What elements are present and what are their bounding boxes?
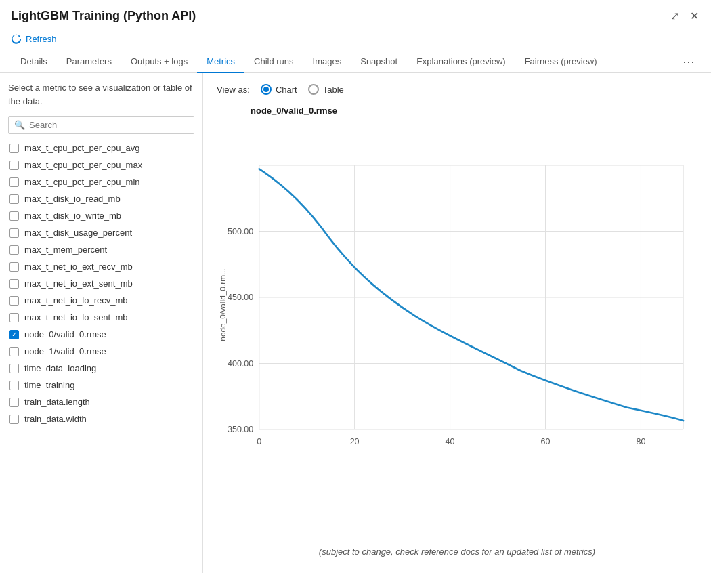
- tab-images[interactable]: Images: [303, 51, 351, 73]
- metric-list: max_t_cpu_pct_per_cpu_avgmax_t_cpu_pct_p…: [8, 140, 194, 427]
- metric-checkbox[interactable]: [9, 262, 19, 272]
- metric-checkbox[interactable]: [9, 211, 19, 221]
- metric-label: max_t_net_io_lo_sent_mb: [24, 312, 128, 322]
- tab-fairness[interactable]: Fairness (preview): [515, 51, 607, 73]
- radio-chart-label: Chart: [276, 85, 297, 95]
- toolbar: Refresh: [0, 26, 711, 51]
- metric-checkbox[interactable]: [9, 194, 19, 204]
- tab-snapshot[interactable]: Snapshot: [351, 51, 407, 73]
- metric-label: max_t_net_io_ext_sent_mb: [24, 278, 133, 289]
- metric-label: node_0/valid_0.rmse: [24, 329, 106, 339]
- metric-label: max_t_disk_usage_percent: [24, 228, 132, 238]
- metric-checkbox[interactable]: [9, 144, 19, 153]
- metric-checkbox[interactable]: [9, 313, 19, 322]
- tabs-more-button[interactable]: ⋯: [677, 51, 700, 72]
- search-input[interactable]: [29, 120, 188, 130]
- search-icon: 🔍: [14, 120, 25, 130]
- metric-label: max_t_disk_io_write_mb: [24, 211, 121, 221]
- svg-text:40: 40: [446, 436, 455, 446]
- metric-label: max_t_net_io_lo_recv_mb: [24, 295, 127, 306]
- metric-checkbox[interactable]: [9, 398, 19, 407]
- tab-details[interactable]: Details: [11, 51, 57, 73]
- metric-checkbox[interactable]: [9, 364, 19, 373]
- svg-text:node_0/valid_0.rm...: node_0/valid_0.rm...: [218, 268, 227, 341]
- chart-area: View as: Chart Table node_0/valid_0.rmse: [203, 73, 711, 573]
- metric-checkbox[interactable]: [9, 161, 19, 170]
- radio-table[interactable]: Table: [308, 84, 344, 95]
- metric-item[interactable]: time_data_loading: [8, 360, 194, 377]
- radio-chart-circle: [261, 84, 272, 95]
- metric-item[interactable]: node_0/valid_0.rmse: [8, 326, 194, 343]
- tab-outputs-logs[interactable]: Outputs + logs: [121, 51, 197, 73]
- chart-container: node_0/valid_0.rmse: [217, 106, 697, 541]
- chart-wrapper: 350.00 400.00 450.00 500.00 0 20 40 60 8…: [217, 121, 697, 516]
- metric-item[interactable]: train_data.length: [8, 394, 194, 411]
- sidebar: Select a metric to see a visualization o…: [0, 73, 203, 573]
- tab-child-runs[interactable]: Child runs: [244, 51, 303, 73]
- metric-label: max_t_cpu_pct_per_cpu_avg: [24, 143, 140, 153]
- radio-chart[interactable]: Chart: [261, 84, 297, 95]
- metric-label: max_t_mem_percent: [24, 245, 107, 255]
- metric-label: time_training: [24, 380, 74, 390]
- radio-table-label: Table: [323, 85, 344, 95]
- view-as-row: View as: Chart Table: [217, 84, 697, 95]
- refresh-label: Refresh: [26, 34, 57, 44]
- svg-text:80: 80: [637, 436, 646, 446]
- chart-title: node_0/valid_0.rmse: [251, 106, 697, 116]
- metric-item[interactable]: max_t_disk_io_read_mb: [8, 190, 194, 207]
- metric-item[interactable]: train_data.width: [8, 411, 194, 427]
- radio-table-circle: [308, 84, 319, 95]
- footer-note: (subject to change, check reference docs…: [217, 541, 697, 562]
- svg-text:450.00: 450.00: [228, 292, 253, 302]
- window-controls: ⤢ ✕: [669, 8, 700, 24]
- metric-label: train_data.length: [24, 397, 90, 407]
- metric-checkbox[interactable]: [9, 330, 19, 339]
- metric-item[interactable]: max_t_net_io_lo_sent_mb: [8, 309, 194, 326]
- metric-label: train_data.width: [24, 414, 87, 424]
- metric-item[interactable]: node_1/valid_0.rmse: [8, 343, 194, 360]
- metric-label: time_data_loading: [24, 363, 96, 373]
- svg-text:500.00: 500.00: [228, 226, 253, 236]
- metric-checkbox[interactable]: [9, 296, 19, 306]
- svg-text:350.00: 350.00: [228, 424, 253, 434]
- maximize-button[interactable]: ⤢: [669, 8, 681, 24]
- metric-checkbox[interactable]: [9, 245, 19, 255]
- metric-item[interactable]: max_t_cpu_pct_per_cpu_min: [8, 173, 194, 190]
- metric-checkbox[interactable]: [9, 415, 19, 424]
- main-content: Select a metric to see a visualization o…: [0, 73, 711, 573]
- metric-checkbox[interactable]: [9, 177, 19, 187]
- metric-item[interactable]: max_t_disk_io_write_mb: [8, 207, 194, 224]
- tab-metrics[interactable]: Metrics: [197, 51, 244, 73]
- metric-item[interactable]: max_t_mem_percent: [8, 241, 194, 258]
- chart-svg: 350.00 400.00 450.00 500.00 0 20 40 60 8…: [217, 121, 697, 474]
- window-title: LightGBM Training (Python API): [11, 9, 196, 23]
- metric-label: max_t_cpu_pct_per_cpu_max: [24, 160, 142, 170]
- search-box[interactable]: 🔍: [8, 116, 194, 134]
- metric-label: max_t_disk_io_read_mb: [24, 194, 121, 204]
- svg-text:0: 0: [257, 436, 261, 446]
- metric-item[interactable]: max_t_cpu_pct_per_cpu_avg: [8, 140, 194, 156]
- metric-item[interactable]: max_t_net_io_ext_recv_mb: [8, 258, 194, 275]
- metric-item[interactable]: max_t_net_io_ext_sent_mb: [8, 275, 194, 292]
- metric-item[interactable]: time_training: [8, 377, 194, 394]
- refresh-button[interactable]: Refresh: [11, 30, 57, 47]
- metric-checkbox[interactable]: [9, 228, 19, 238]
- metric-item[interactable]: max_t_cpu_pct_per_cpu_max: [8, 156, 194, 173]
- tab-explanations[interactable]: Explanations (preview): [407, 51, 515, 73]
- metric-label: node_1/valid_0.rmse: [24, 346, 106, 356]
- metric-checkbox[interactable]: [9, 279, 19, 289]
- tabs-bar: Details Parameters Outputs + logs Metric…: [0, 51, 711, 73]
- view-as-label: View as:: [217, 85, 250, 95]
- metric-item[interactable]: max_t_disk_usage_percent: [8, 224, 194, 241]
- title-bar: LightGBM Training (Python API) ⤢ ✕: [0, 0, 711, 26]
- tab-parameters[interactable]: Parameters: [57, 51, 121, 73]
- metric-checkbox[interactable]: [9, 347, 19, 356]
- metric-item[interactable]: max_t_net_io_lo_recv_mb: [8, 292, 194, 309]
- svg-text:20: 20: [350, 436, 360, 446]
- svg-text:400.00: 400.00: [228, 358, 253, 369]
- sidebar-hint: Select a metric to see a visualization o…: [8, 81, 194, 108]
- svg-text:60: 60: [541, 436, 551, 446]
- metric-label: max_t_net_io_ext_recv_mb: [24, 261, 133, 272]
- close-button[interactable]: ✕: [689, 8, 700, 24]
- metric-checkbox[interactable]: [9, 381, 19, 390]
